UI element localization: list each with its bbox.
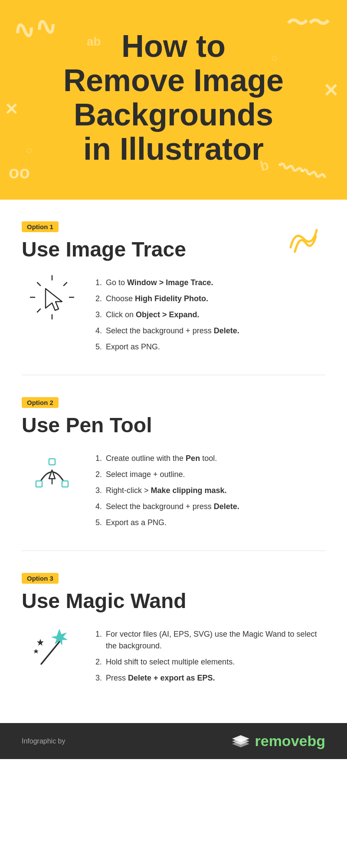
svg-rect-10 [62,481,68,487]
svg-marker-15 [33,649,39,654]
option1-title: Use Image Trace [22,237,325,261]
title-line3: Backgrounds [74,97,273,132]
deco-squiggle-1: ∿∿ [11,10,59,47]
option3-icon-area [22,625,82,673]
option2-title: Use Pen Tool [22,413,325,437]
option1-body: Go to Window > Image Trace. Choose High … [22,273,325,357]
option3-steps: For vector files (AI, EPS, SVG) use the … [95,625,325,688]
step-3-1: For vector files (AI, EPS, SVG) use the … [95,628,325,652]
title-line1: How to [121,29,226,63]
step-1-4: Select the background + press Delete. [95,325,325,337]
svg-line-6 [37,309,40,312]
option3-title: Use Magic Wand [22,589,325,613]
svg-line-4 [37,283,40,286]
option1-icon-area [22,273,82,321]
step-2-2: Select image + outline. [95,469,325,480]
magic-wand-icon [28,625,76,673]
header-section: ∿∿ 〜〜 oo 〰〰 ✕ ✕ ab b ○ ○ How to Remove I… [0,0,347,200]
step-1-1: Go to Window > Image Trace. [95,277,325,289]
option1-steps: Go to Window > Image Trace. Choose High … [95,273,325,357]
svg-rect-11 [49,459,55,465]
removebg-logo-icon [231,734,250,748]
title-line2: Remove Image [63,63,284,98]
step-2-4: Select the background + press Delete. [95,501,325,513]
section-option1: Option 1 Use Image Trace [22,200,325,375]
section1-deco [282,221,321,258]
svg-marker-14 [37,639,44,646]
section-option3: Option 3 Use Magic Wand For vector files… [22,551,325,706]
footer-section: Infographic by removebg [0,723,347,759]
footer-logo: removebg [231,733,325,750]
step-1-2: Choose High Fidelity Photo. [95,293,325,305]
svg-line-12 [41,640,61,664]
deco-cross-2: ✕ [323,80,338,101]
step-1-5: Export as PNG. [95,341,325,353]
step-1-3: Click on Object > Expand. [95,309,325,321]
pen-tool-icon [28,449,76,497]
header-title: How to Remove Image Backgrounds in Illus… [63,29,284,167]
option3-badge: Option 3 [22,573,59,584]
deco-cross-1: ✕ [4,100,18,119]
step-3-2: Hold shift to select multiple elements. [95,656,325,668]
footer-logo-text: removebg [255,733,325,750]
svg-marker-7 [46,289,62,310]
footer-bg-text: bg [307,733,325,749]
step-2-5: Export as a PNG. [95,517,325,529]
footer-remove-text: remove [255,733,307,749]
step-2-3: Right-click > Make clipping mask. [95,485,325,496]
svg-line-5 [64,283,67,286]
section-option2: Option 2 Use Pen Tool Cr [22,375,325,550]
footer-infographic-text: Infographic by [22,737,65,745]
step-2-1: Create outline with the Pen tool. [95,453,325,464]
deco-squiggle-3: oo [9,163,30,182]
step-3-3: Press Delete + export as EPS. [95,672,325,684]
image-trace-icon [28,273,76,321]
option2-body: Create outline with the Pen tool. Select… [22,449,325,533]
option3-body: For vector files (AI, EPS, SVG) use the … [22,625,325,688]
option1-badge: Option 1 [22,221,59,232]
deco-squiggle-2: 〜〜 [286,9,330,38]
title-line4: in Illustrator [83,132,264,166]
option2-steps: Create outline with the Pen tool. Select… [95,449,325,533]
svg-rect-9 [36,481,42,487]
deco-o2: ○ [26,144,33,156]
option2-badge: Option 2 [22,397,59,408]
option2-icon-area [22,449,82,497]
content-area: Option 1 Use Image Trace [0,200,347,706]
